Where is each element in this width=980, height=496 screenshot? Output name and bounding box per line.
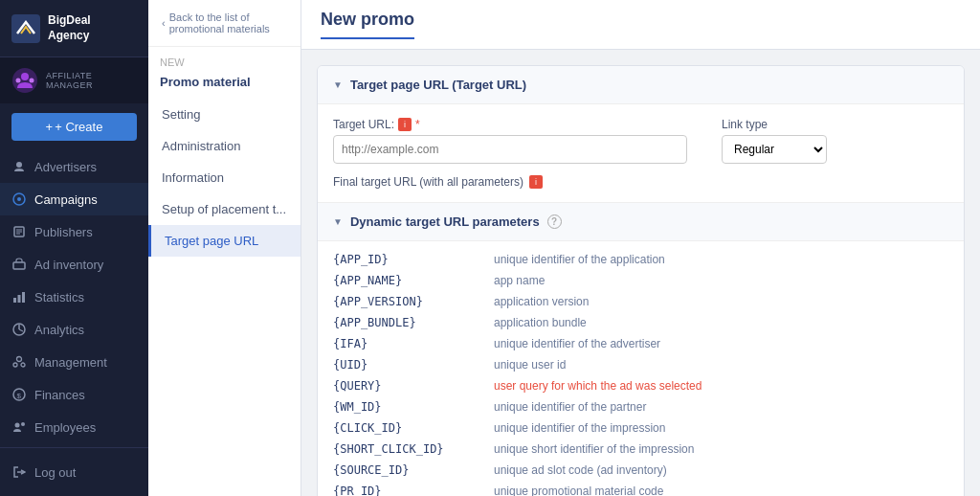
sidebar-item-publishers[interactable]: Publishers bbox=[0, 215, 148, 248]
svg-point-3 bbox=[16, 79, 21, 83]
brand-name: BigDeal Agency bbox=[48, 13, 91, 43]
mid-nav-setup-label: Setup of placement t... bbox=[162, 202, 286, 216]
required-indicator: * bbox=[415, 118, 420, 131]
sidebar-item-employees[interactable]: Employees bbox=[0, 411, 148, 443]
target-url-form-row: Target URL: i * Link type Regular Deep L… bbox=[318, 104, 964, 171]
svg-point-23 bbox=[21, 422, 25, 426]
target-url-section: ▼ Target page URL (Target URL) Target UR… bbox=[318, 66, 964, 203]
target-url-group: Target URL: i * bbox=[333, 118, 687, 164]
sidebar: BigDeal Agency AFFILIATE MANAGER + + Cre… bbox=[0, 0, 148, 496]
dynamic-params-header: ▼ Dynamic target URL parameters ? bbox=[318, 203, 964, 241]
sidebar-label-advertisers: Advertisers bbox=[34, 160, 97, 174]
param-desc: app name bbox=[494, 274, 545, 287]
publisher-icon bbox=[11, 224, 27, 239]
mid-nav-setup[interactable]: Setup of placement t... bbox=[148, 193, 301, 225]
param-key: {SOURCE_ID} bbox=[333, 463, 486, 477]
sidebar-label-management: Management bbox=[34, 355, 107, 370]
sidebar-item-statistics[interactable]: Statistics bbox=[0, 281, 148, 313]
param-desc: unique user id bbox=[494, 358, 566, 372]
final-url-info-icon[interactable]: i bbox=[529, 175, 543, 189]
mid-nav-information[interactable]: Information bbox=[148, 162, 301, 193]
svg-point-4 bbox=[30, 79, 34, 83]
mid-nav-header: New bbox=[148, 47, 301, 73]
create-label: + Create bbox=[55, 120, 102, 134]
param-row: {APP_BUNDLE}application bundle bbox=[333, 312, 948, 333]
sidebar-item-analytics[interactable]: Analytics bbox=[0, 313, 148, 346]
create-plus-icon: + bbox=[46, 120, 54, 134]
mid-nav-information-label: Information bbox=[162, 170, 224, 185]
svg-point-5 bbox=[16, 162, 22, 168]
finances-icon: $ bbox=[11, 387, 27, 402]
svg-rect-0 bbox=[11, 14, 40, 43]
param-key: {IFA} bbox=[333, 337, 486, 350]
sidebar-item-campaigns[interactable]: Campaigns bbox=[0, 183, 148, 215]
logout-button[interactable]: Log out bbox=[0, 456, 148, 488]
svg-point-18 bbox=[13, 363, 17, 367]
back-button[interactable]: ‹ Back to the list of promotional materi… bbox=[148, 0, 301, 47]
param-row: {APP_VERSION}application version bbox=[333, 291, 948, 312]
param-key: {APP_NAME} bbox=[333, 274, 486, 287]
logo-area: BigDeal Agency bbox=[0, 0, 148, 57]
param-key: {CLICK_ID} bbox=[333, 421, 486, 435]
param-desc: application version bbox=[494, 295, 589, 308]
param-desc: application bundle bbox=[494, 316, 587, 329]
param-key: {SHORT_CLICK_ID} bbox=[333, 442, 486, 456]
dynamic-params-help-icon[interactable]: ? bbox=[547, 214, 562, 229]
sidebar-label-statistics: Statistics bbox=[34, 290, 84, 304]
logout-icon bbox=[11, 464, 27, 480]
param-key: {UID} bbox=[333, 358, 486, 372]
sidebar-label-ad-inventory: Ad inventory bbox=[34, 258, 103, 272]
sidebar-item-ad-inventory[interactable]: Ad inventory bbox=[0, 248, 148, 281]
param-row: {IFA}unique identifier of the advertiser bbox=[333, 333, 948, 354]
param-desc: unique short identifier of the impressio… bbox=[494, 442, 694, 456]
mid-nav-target-url-label: Target page URL bbox=[165, 234, 258, 248]
campaign-icon bbox=[11, 192, 27, 207]
param-row: {CLICK_ID}unique identifier of the impre… bbox=[333, 417, 948, 439]
target-url-section-header: ▼ Target page URL (Target URL) bbox=[318, 66, 964, 104]
affiliate-label: AFFILIATE MANAGER bbox=[46, 71, 137, 90]
target-url-info-icon[interactable]: i bbox=[398, 118, 412, 131]
svg-rect-13 bbox=[13, 298, 16, 303]
inventory-icon bbox=[11, 257, 27, 272]
param-desc: unique identifier of the application bbox=[494, 253, 665, 266]
param-row: {PR_ID}unique promotional material code bbox=[333, 481, 948, 496]
sidebar-item-finances[interactable]: $ Finances bbox=[0, 378, 148, 411]
sidebar-item-advertisers[interactable]: Advertisers bbox=[0, 150, 148, 183]
create-button[interactable]: + + Create bbox=[11, 113, 137, 141]
dynamic-params-title: Dynamic target URL parameters bbox=[350, 214, 540, 229]
param-desc: unique identifier of the advertiser bbox=[494, 337, 660, 350]
mid-nav-setting[interactable]: Setting bbox=[148, 99, 301, 130]
logout-label: Log out bbox=[34, 465, 76, 480]
management-icon bbox=[11, 354, 27, 370]
svg-text:$: $ bbox=[17, 392, 22, 400]
link-type-label: Link type bbox=[722, 118, 827, 131]
param-key: {PR_ID} bbox=[333, 485, 486, 496]
sidebar-label-analytics: Analytics bbox=[34, 323, 84, 337]
back-chevron-icon: ‹ bbox=[162, 17, 166, 29]
stats-icon bbox=[11, 289, 27, 304]
param-key: {APP_ID} bbox=[333, 253, 486, 266]
mid-nav-title: Promo material bbox=[148, 73, 301, 99]
param-desc: unique identifier of the impression bbox=[494, 421, 665, 435]
link-type-select[interactable]: Regular Deep Link Custom bbox=[722, 135, 827, 164]
final-url-label: Final target URL (with all parameters) bbox=[333, 175, 523, 189]
param-row: {WM_ID}unique identifier of the partner bbox=[333, 396, 948, 417]
content-card: ▼ Target page URL (Target URL) Target UR… bbox=[317, 65, 965, 496]
link-type-group: Link type Regular Deep Link Custom bbox=[722, 118, 827, 164]
svg-point-22 bbox=[15, 423, 20, 428]
svg-point-17 bbox=[17, 357, 22, 362]
param-row: {QUERY}user query for which the ad was s… bbox=[333, 375, 948, 396]
sidebar-item-management[interactable]: Management bbox=[0, 346, 148, 378]
param-desc: user query for which the ad was selected bbox=[494, 379, 702, 393]
target-url-label: Target URL: i * bbox=[333, 118, 687, 131]
analytics-icon bbox=[11, 322, 27, 337]
sidebar-label-employees: Employees bbox=[34, 420, 96, 435]
mid-nav-administration[interactable]: Administration bbox=[148, 130, 301, 162]
sidebar-label-campaigns: Campaigns bbox=[34, 192, 98, 207]
mid-nav-target-page-url[interactable]: Target page URL bbox=[148, 225, 301, 257]
dynamic-params-section: ▼ Dynamic target URL parameters ? {APP_I… bbox=[318, 203, 964, 496]
param-row: {UID}unique user id bbox=[333, 354, 948, 375]
page-title: New promo bbox=[321, 10, 414, 39]
target-url-input[interactable] bbox=[333, 135, 687, 164]
param-desc: unique promotional material code bbox=[494, 485, 663, 496]
